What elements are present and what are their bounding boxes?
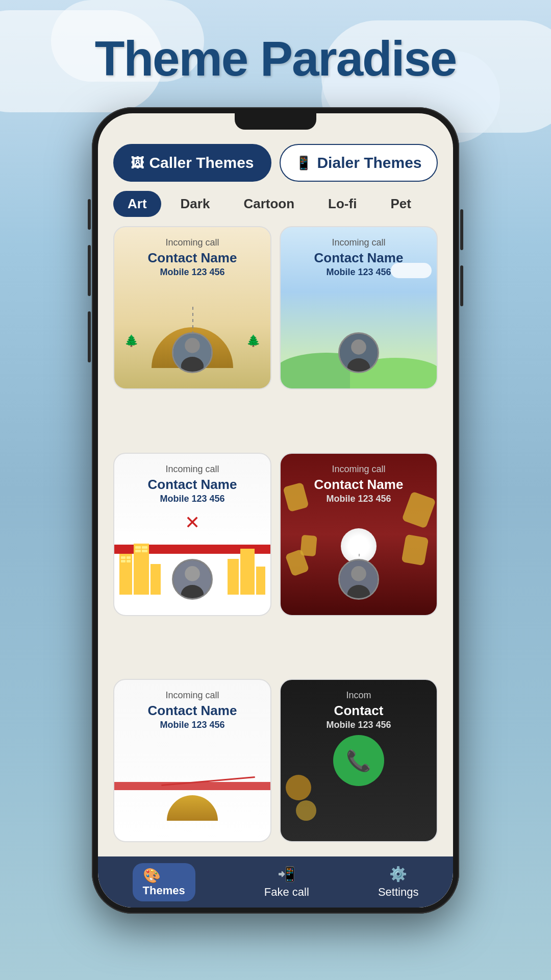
incoming-label-3: Incoming call: [165, 464, 219, 475]
mobile-3: Mobile 123 456: [160, 494, 224, 504]
theme-card-6[interactable]: Incom Contact Mobile 123 456 📞: [280, 679, 438, 842]
theme-card-5[interactable]: Incoming call Contact Name Mobile 123 45…: [113, 679, 271, 842]
filter-cartoon[interactable]: Cartoon: [229, 191, 309, 217]
settings-label: Settings: [378, 886, 419, 899]
incoming-label-2: Incoming call: [332, 237, 385, 248]
dialer-themes-icon: 📱: [295, 155, 312, 171]
avatar-3: [172, 559, 213, 600]
contact-name-6: Contact: [334, 703, 384, 719]
caller-themes-label: Caller Themes: [149, 154, 254, 172]
themes-label: Themes: [143, 884, 185, 897]
avatar-1: [172, 332, 213, 373]
nav-fake-call[interactable]: 📲 Fake call: [264, 866, 309, 899]
page-title: Theme Paradise: [0, 31, 551, 87]
tab-row: 🖼 Caller Themes 📱 Dialer Themes: [113, 144, 438, 182]
mobile-2: Mobile 123 456: [326, 267, 391, 278]
phone-notch: [235, 113, 316, 130]
contact-name-2: Contact Name: [314, 250, 404, 266]
mobile-1: Mobile 123 456: [160, 267, 224, 278]
nav-settings[interactable]: ⚙️ Settings: [378, 866, 419, 899]
filter-pet[interactable]: Pet: [376, 191, 425, 217]
contact-name-1: Contact Name: [148, 250, 237, 266]
svg-point-7: [185, 566, 200, 581]
nav-themes[interactable]: 🎨 Themes: [133, 863, 195, 901]
themes-icon: 🎨: [143, 867, 185, 884]
contact-name-5: Contact Name: [148, 703, 237, 719]
green-call-button[interactable]: 📞: [333, 735, 384, 786]
phone-mockup: 🖼 Caller Themes 📱 Dialer Themes Art Dark…: [92, 107, 459, 914]
incoming-label-6: Incom: [346, 690, 371, 701]
theme-card-3[interactable]: Incoming call Contact Name Mobile 123 45…: [113, 453, 271, 616]
theme-grid: Incoming call Contact Name Mobile 123 45…: [113, 226, 438, 897]
theme-card-1[interactable]: Incoming call Contact Name Mobile 123 45…: [113, 226, 271, 389]
fake-call-icon: 📲: [278, 866, 295, 883]
tab-dialer-themes[interactable]: 📱 Dialer Themes: [280, 144, 438, 182]
filter-lofi[interactable]: Lo-fi: [314, 191, 371, 217]
mobile-5: Mobile 123 456: [160, 720, 224, 730]
svg-point-1: [185, 338, 200, 353]
filter-row: Art Dark Cartoon Lo-fi Pet: [113, 191, 438, 217]
filter-art[interactable]: Art: [113, 191, 161, 217]
fake-call-label: Fake call: [264, 886, 309, 899]
incoming-label-5: Incoming call: [165, 690, 219, 701]
bottom-nav: 🎨 Themes 📲 Fake call ⚙️ Settings: [98, 856, 453, 908]
avatar-4: [338, 559, 379, 600]
contact-name-3: Contact Name: [148, 477, 237, 493]
caller-themes-icon: 🖼: [131, 155, 144, 171]
mobile-6: Mobile 123 456: [326, 720, 391, 730]
phone-screen: 🖼 Caller Themes 📱 Dialer Themes Art Dark…: [98, 113, 453, 908]
dialer-themes-label: Dialer Themes: [317, 154, 421, 172]
filter-dark[interactable]: Dark: [166, 191, 224, 217]
avatar-2: [338, 332, 379, 373]
svg-point-10: [351, 566, 366, 581]
settings-icon: ⚙️: [389, 866, 407, 883]
tab-caller-themes[interactable]: 🖼 Caller Themes: [113, 144, 271, 182]
phone-icon: 📞: [346, 749, 371, 773]
incoming-label-1: Incoming call: [165, 237, 219, 248]
theme-card-2[interactable]: Incoming call Contact Name Mobile 123 45…: [280, 226, 438, 389]
theme-card-4[interactable]: Incoming call Contact Name Mobile 123 45…: [280, 453, 438, 616]
svg-point-4: [351, 339, 366, 355]
